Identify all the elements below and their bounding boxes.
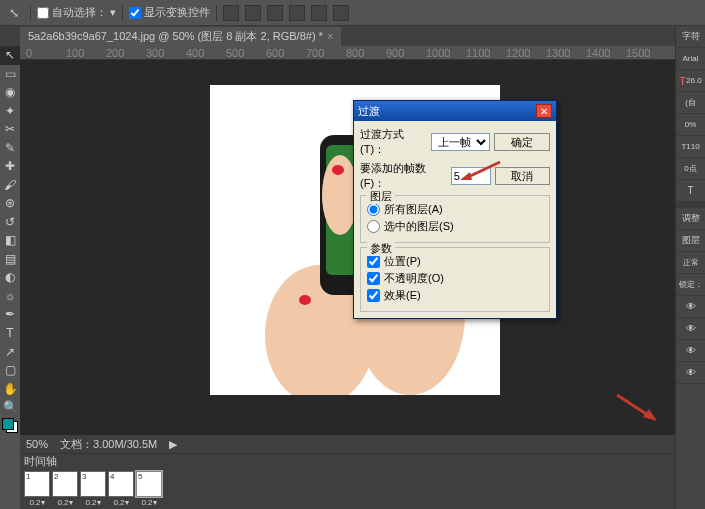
lock-row[interactable]: 锁定：: [676, 274, 705, 296]
layer-eye-1[interactable]: 👁: [676, 296, 705, 318]
dropdown-icon[interactable]: ▾: [110, 6, 116, 19]
move-tool-indicator: ⤡: [4, 3, 24, 23]
align-icon-2[interactable]: [245, 5, 261, 21]
color-swatch[interactable]: [2, 418, 18, 433]
wand-tool[interactable]: ✦: [0, 102, 20, 121]
history-brush-tool[interactable]: ↺: [0, 213, 20, 232]
all-layers-radio[interactable]: 所有图层(A): [367, 202, 543, 217]
char-panel-tab[interactable]: 字符: [676, 26, 705, 48]
text-tool[interactable]: T: [0, 324, 20, 343]
timeline-panel: 10.2▾ 20.2▾ 30.2▾ 40.2▾ 50.2▾: [20, 469, 675, 509]
adjust-panel-tab[interactable]: 调整: [676, 208, 705, 230]
position-checkbox[interactable]: 位置(P): [367, 254, 543, 269]
tracking-field[interactable]: 0%: [676, 114, 705, 136]
eyedropper-tool[interactable]: ✎: [0, 139, 20, 158]
canvas-area[interactable]: [20, 60, 675, 435]
svg-point-9: [299, 295, 311, 305]
layers-legend: 图层: [367, 189, 395, 204]
document-tab[interactable]: 5a2a6b39c9a67_1024.jpg @ 50% (图层 8 副本 2,…: [20, 27, 341, 46]
auto-select-label: 自动选择：: [52, 5, 107, 20]
heal-tool[interactable]: ✚: [0, 157, 20, 176]
layer-eye-4[interactable]: 👁: [676, 362, 705, 384]
marquee-tool[interactable]: ▭: [0, 65, 20, 84]
blur-tool[interactable]: ◐: [0, 268, 20, 287]
effects-checkbox[interactable]: 效果(E): [367, 288, 543, 303]
timeline-header[interactable]: 时间轴: [24, 454, 57, 469]
align-icon-1[interactable]: [223, 5, 239, 21]
tab-title: 5a2a6b39c9a67_1024.jpg @ 50% (图层 8 副本 2,…: [28, 29, 323, 44]
show-transform-checkbox[interactable]: 显示变换控件: [129, 5, 210, 20]
opacity-checkbox[interactable]: 不透明度(O): [367, 271, 543, 286]
doc-info: 文档：3.00M/30.5M: [60, 437, 157, 452]
show-transform-label: 显示变换控件: [144, 5, 210, 20]
align-icon-5[interactable]: [311, 5, 327, 21]
gradient-tool[interactable]: ▤: [0, 250, 20, 269]
toolbox: ↖ ▭ ◉ ✦ ✂ ✎ ✚ 🖌 ⊛ ↺ ◧ ▤ ◐ ☼ ✒ T ↗ ▢ ✋ 🔍: [0, 46, 20, 435]
font-field[interactable]: Arial: [676, 48, 705, 70]
brush-tool[interactable]: 🖌: [0, 176, 20, 195]
status-arrow-icon[interactable]: ▶: [169, 438, 177, 451]
params-legend: 参数: [367, 241, 395, 256]
dialog-title: 过渡: [358, 104, 380, 119]
cancel-button[interactable]: 取消: [495, 167, 550, 185]
stamp-tool[interactable]: ⊛: [0, 194, 20, 213]
status-bar: 50% 文档：3.00M/30.5M ▶: [20, 435, 675, 453]
method-select[interactable]: 上一帧: [431, 133, 490, 151]
leading-field[interactable]: (自: [676, 92, 705, 114]
dodge-tool[interactable]: ☼: [0, 287, 20, 306]
selected-layers-radio[interactable]: 选中的图层(S): [367, 219, 543, 234]
tween-dialog: 过渡 ✕ 过渡方式(T)： 上一帧 确定 要添加的帧数(F)： 取消 图层 所有…: [353, 100, 557, 319]
frames-input[interactable]: [451, 167, 491, 185]
align-icon-4[interactable]: [289, 5, 305, 21]
auto-select-checkbox[interactable]: 自动选择： ▾: [37, 5, 116, 20]
frame-3[interactable]: 30.2▾: [80, 471, 106, 507]
frame-1[interactable]: 10.2▾: [24, 471, 50, 507]
hand-tool[interactable]: ✋: [0, 379, 20, 398]
eraser-tool[interactable]: ◧: [0, 231, 20, 250]
svg-point-8: [332, 165, 344, 175]
frame-5[interactable]: 50.2▾: [136, 471, 162, 507]
align-icon-6[interactable]: [333, 5, 349, 21]
lasso-tool[interactable]: ◉: [0, 83, 20, 102]
move-tool[interactable]: ↖: [0, 46, 20, 65]
baseline-field[interactable]: 0点: [676, 158, 705, 180]
zoom-level[interactable]: 50%: [26, 438, 48, 450]
frames-label: 要添加的帧数(F)：: [360, 161, 447, 191]
layer-eye-2[interactable]: 👁: [676, 318, 705, 340]
layer-eye-3[interactable]: 👁: [676, 340, 705, 362]
ruler-horizontal: 0100200 300400500 600700800 90010001100 …: [20, 46, 705, 60]
close-button[interactable]: ✕: [536, 104, 552, 118]
zoom-tool[interactable]: 🔍: [0, 398, 20, 417]
path-tool[interactable]: ↗: [0, 342, 20, 361]
frame-4[interactable]: 40.2▾: [108, 471, 134, 507]
right-panels: 字符 Arial T26.0 (自 0% T110 0点 T 调整 图层 正常 …: [675, 26, 705, 509]
layers-panel-tab[interactable]: 图层: [676, 230, 705, 252]
dialog-titlebar[interactable]: 过渡 ✕: [354, 101, 556, 121]
scale-field[interactable]: T110: [676, 136, 705, 158]
align-icon-3[interactable]: [267, 5, 283, 21]
method-label: 过渡方式(T)：: [360, 127, 427, 157]
crop-tool[interactable]: ✂: [0, 120, 20, 139]
shape-tool[interactable]: ▢: [0, 361, 20, 380]
ok-button[interactable]: 确定: [494, 133, 550, 151]
pen-tool[interactable]: ✒: [0, 305, 20, 324]
size-field[interactable]: T26.0: [676, 70, 705, 92]
text-style-field[interactable]: T: [676, 180, 705, 202]
frame-2[interactable]: 20.2▾: [52, 471, 78, 507]
close-icon[interactable]: ×: [327, 30, 333, 42]
blend-mode[interactable]: 正常: [676, 252, 705, 274]
